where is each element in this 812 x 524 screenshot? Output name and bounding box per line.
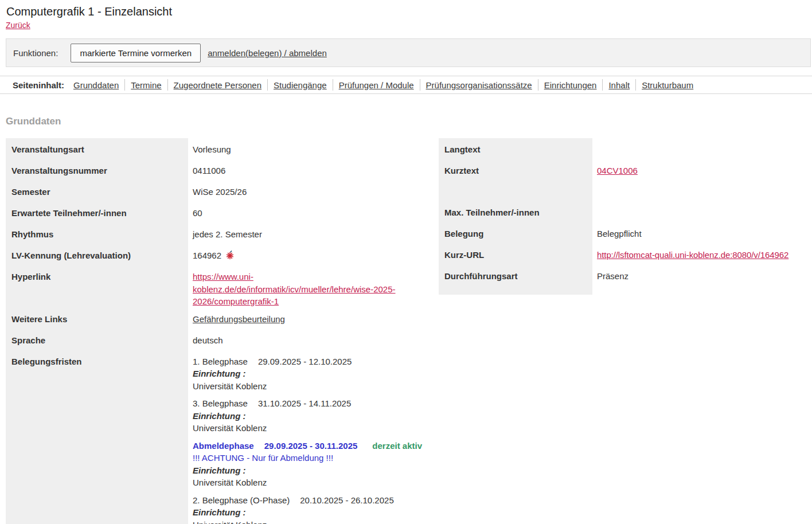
phase-dates: 29.09.2025 - 12.10.2025 xyxy=(258,357,352,366)
row-erwartete-teilnehmer: Erwartete Teilnehmer/-innen 60 xyxy=(6,202,435,223)
field-value: jedes 2. Semester xyxy=(188,223,435,244)
field-label: Langtext xyxy=(439,138,592,159)
nav-item: Inhalt xyxy=(603,79,636,91)
nav-item: Prüfungsorganisationssätze xyxy=(420,79,538,91)
field-value: Belegpflicht xyxy=(592,222,812,244)
page-content-nav: Seiteninhalt: Grunddaten Termine Zugeord… xyxy=(0,76,812,94)
field-label: Hyperlink xyxy=(6,265,188,308)
nav-link-zugeordnete-personen[interactable]: Zugeordnete Personen xyxy=(174,80,261,90)
field-value xyxy=(592,201,812,222)
evaluation-flower-icon[interactable] xyxy=(225,251,235,260)
nav-link-pruefungen-module[interactable]: Prüfungen / Module xyxy=(339,80,414,90)
field-value: WiSe 2025/26 xyxy=(188,181,435,202)
phase-header: 1. Belegphase29.09.2025 - 12.10.2025 xyxy=(193,355,435,368)
phase-header: Abmeldephase29.09.2025 - 30.11.2025derze… xyxy=(193,440,435,452)
row-rhythmus: Rhythmus jedes 2. Semester xyxy=(6,223,435,244)
field-label: Erwartete Teilnehmer/-innen xyxy=(6,202,188,223)
row-durchfuehrungsart: Durchführungsart Präsenz xyxy=(439,265,812,295)
nav-link-strukturbaum[interactable]: Strukturbaum xyxy=(642,80,693,90)
row-lv-kennung: LV-Kennung (Lehrevaluation) 164962 xyxy=(6,244,435,265)
field-value: Präsenz xyxy=(592,265,812,295)
field-value: Gefährdungsbeurteilung xyxy=(188,308,435,329)
kurztext-link[interactable]: 04CV1006 xyxy=(597,166,638,175)
basic-data-section: Veranstaltungsart Vorlesung Veranstaltun… xyxy=(0,138,812,524)
row-veranstaltungsart: Veranstaltungsart Vorlesung xyxy=(6,138,435,159)
row-kurz-url: Kurz-URL http://lsftomcat-quali.uni-kobl… xyxy=(439,244,812,265)
row-langtext: Langtext xyxy=(439,138,812,159)
nav-link-grunddaten[interactable]: Grunddaten xyxy=(73,80,119,90)
section-heading: Grunddaten xyxy=(6,116,812,127)
lv-kennung-value: 164962 xyxy=(193,251,221,260)
field-value: 04CV1006 xyxy=(592,159,812,201)
phase-name: 3. Belegphase xyxy=(193,398,248,408)
nav-link-inhalt[interactable]: Inhalt xyxy=(608,80,630,90)
phase-name: Abmeldephase xyxy=(193,441,254,451)
nav-link-studiengaenge[interactable]: Studiengänge xyxy=(274,80,327,90)
nav-item: Einrichtungen xyxy=(538,79,603,91)
einrichtung-value: Universität Koblenz xyxy=(193,476,435,489)
einrichtung-label: Einrichtung : xyxy=(193,464,435,477)
field-value: http://lsftomcat-quali.uni-koblenz.de:80… xyxy=(592,244,812,265)
row-kurztext: Kurztext 04CV1006 xyxy=(439,159,812,201)
nav-item: Zugeordnete Personen xyxy=(168,79,268,91)
einrichtung-label: Einrichtung : xyxy=(193,506,435,519)
row-max-teilnehmer: Max. Teilnehmer/-innen xyxy=(439,201,812,222)
field-value: 164962 xyxy=(188,244,435,265)
field-value xyxy=(592,138,812,159)
einrichtung-value: Universität Koblenz xyxy=(193,380,435,393)
field-label: Kurztext xyxy=(439,159,592,201)
enrollment-phase-2-o-phase: 2. Belegphase (O-Phase)20.10.2025 - 26.1… xyxy=(193,494,435,524)
row-weitere-links: Weitere Links Gefährdungsbeurteilung xyxy=(6,308,435,329)
page-title: Computergrafik 1 - Einzelansicht xyxy=(6,5,812,18)
phase-status-badge: derzeit aktiv xyxy=(372,441,422,451)
nav-item: Prüfungen / Module xyxy=(333,79,420,91)
phase-dates: 31.10.2025 - 14.11.2025 xyxy=(258,398,351,408)
gefaehrdungsbeurteilung-link[interactable]: Gefährdungsbeurteilung xyxy=(193,314,285,324)
enrollment-phase-3: 3. Belegphase31.10.2025 - 14.11.2025 Ein… xyxy=(193,397,435,435)
course-hyperlink[interactable]: https://www.uni-koblenz.de/de/informatik… xyxy=(193,271,417,308)
einrichtung-value: Universität Koblenz xyxy=(193,519,435,524)
enrollment-phase-1: 1. Belegphase29.09.2025 - 12.10.2025 Ein… xyxy=(193,355,435,393)
field-label: Belegungsfristen xyxy=(6,350,188,524)
page-content-label: Seiteninhalt: xyxy=(13,80,64,90)
enrollment-phase-abmeldephase: Abmeldephase29.09.2025 - 30.11.2025derze… xyxy=(193,440,435,489)
field-label: Veranstaltungsart xyxy=(6,138,188,159)
field-value: Vorlesung xyxy=(188,138,435,159)
basic-data-table-left: Veranstaltungsart Vorlesung Veranstaltun… xyxy=(6,138,435,524)
field-value: 1. Belegphase29.09.2025 - 12.10.2025 Ein… xyxy=(188,350,435,524)
kurz-url-link[interactable]: http://lsftomcat-quali.uni-koblenz.de:80… xyxy=(597,250,788,260)
row-hyperlink: Hyperlink https://www.uni-koblenz.de/de/… xyxy=(6,265,435,308)
field-label: Weitere Links xyxy=(6,308,188,329)
field-value: 0411006 xyxy=(188,159,435,181)
phase-dates: 29.09.2025 - 30.11.2025 xyxy=(264,441,358,451)
row-semester: Semester WiSe 2025/26 xyxy=(6,181,435,202)
field-value: deutsch xyxy=(188,329,435,350)
einrichtung-label: Einrichtung : xyxy=(193,410,435,423)
field-label: Kurz-URL xyxy=(439,244,592,265)
field-label: Durchführungsart xyxy=(439,265,592,295)
row-sprache: Sprache deutsch xyxy=(6,329,435,350)
field-label: Semester xyxy=(6,181,188,202)
einrichtung-value: Universität Koblenz xyxy=(193,422,435,435)
back-link[interactable]: Zurück xyxy=(6,21,30,30)
nav-item: Termine xyxy=(125,79,167,91)
enroll-unenroll-link[interactable]: anmelden(belegen) / abmelden xyxy=(208,48,327,58)
bookmark-marked-dates-button[interactable]: markierte Termine vormerken xyxy=(71,44,201,62)
nav-link-termine[interactable]: Termine xyxy=(131,80,161,90)
row-belegung: Belegung Belegpflicht xyxy=(439,222,812,244)
field-label: Rhythmus xyxy=(6,223,188,244)
nav-link-einrichtungen[interactable]: Einrichtungen xyxy=(544,80,597,90)
nav-item: Studiengänge xyxy=(268,79,333,91)
field-label: Max. Teilnehmer/-innen xyxy=(439,201,592,222)
nav-link-pruefungsorganisationssaetze[interactable]: Prüfungsorganisationssätze xyxy=(426,80,532,90)
functions-bar: Funktionen: markierte Termine vormerken … xyxy=(6,38,811,67)
field-label: LV-Kennung (Lehrevaluation) xyxy=(6,244,188,265)
field-label: Veranstaltungsnummer xyxy=(6,159,188,181)
field-value: https://www.uni-koblenz.de/de/informatik… xyxy=(188,265,435,308)
phase-name: 2. Belegphase (O-Phase) xyxy=(193,495,290,505)
functions-label: Funktionen: xyxy=(13,48,58,58)
basic-data-table-right: Langtext Kurztext 04CV1006 Max. Teilnehm… xyxy=(439,138,812,295)
phase-name: 1. Belegphase xyxy=(193,357,248,366)
phase-warning-note: !!! ACHTUNG - Nur für Abmeldung !!! xyxy=(193,452,435,464)
row-belegungsfristen: Belegungsfristen 1. Belegphase29.09.2025… xyxy=(6,350,435,524)
